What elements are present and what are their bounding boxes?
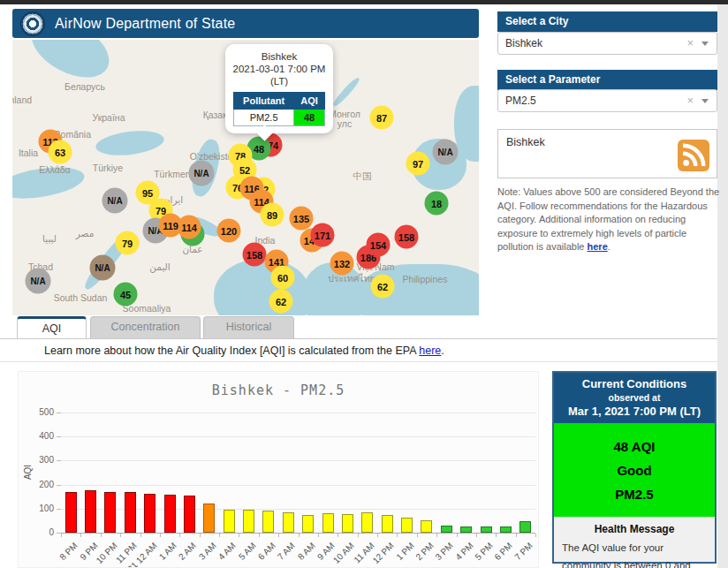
rss-city-label: Bishkek: [506, 136, 545, 148]
learn-more-before: Learn more about how the Air Quality Ind…: [44, 345, 419, 357]
map-country-label: Philippines: [403, 274, 448, 284]
city-caret-icon[interactable]: [701, 42, 709, 46]
chart-bar[interactable]: [65, 492, 77, 533]
tab-aqi[interactable]: AQI: [17, 316, 87, 338]
chart-bar[interactable]: [243, 510, 254, 533]
aqi-map-marker[interactable]: 62: [269, 290, 293, 314]
city-select[interactable]: Bishkek ×: [497, 32, 717, 55]
chart-bar[interactable]: [262, 511, 274, 533]
aqi-map-marker[interactable]: 119: [159, 214, 183, 238]
chart-y-axis-label: AQI: [23, 465, 33, 480]
aqi-map-marker[interactable]: 60: [271, 266, 295, 290]
chart-x-tickmark: [417, 534, 418, 537]
section-divider: [0, 361, 717, 362]
chart-gridline: [61, 485, 535, 486]
chart-y-tick-label: 0: [26, 527, 54, 537]
chart-x-tickmark: [436, 534, 437, 537]
chart-x-tickmark: [397, 534, 398, 537]
chart-bar[interactable]: [500, 526, 512, 533]
chart-bar[interactable]: [382, 515, 393, 533]
note-here-link[interactable]: here: [588, 241, 608, 252]
chart-bar[interactable]: [342, 514, 353, 533]
aqi-pollutant: PM2.5: [554, 482, 715, 506]
page-right-gutter: [717, 4, 728, 568]
chart-x-tickmark: [377, 534, 378, 537]
aqi-map-marker[interactable]: 154: [367, 233, 391, 257]
chart-x-tickmark: [535, 534, 536, 537]
chart-x-tickmark: [337, 534, 338, 537]
current-conditions-title: Current Conditions: [556, 377, 713, 390]
aqi-map-marker[interactable]: N/A: [90, 255, 116, 281]
map-country-label: اليمن: [149, 261, 170, 272]
chart-x-tickmark: [101, 534, 102, 537]
chart-bar[interactable]: [164, 495, 176, 533]
chart-bar[interactable]: [85, 490, 96, 533]
chart-y-tick-label: 300: [26, 455, 54, 465]
aqi-map-marker[interactable]: 79: [116, 231, 140, 255]
chart-bar[interactable]: [144, 494, 155, 533]
chart-bar[interactable]: [283, 512, 294, 533]
aqi-value: 48 AQI: [554, 435, 715, 458]
chart-bar[interactable]: [361, 512, 373, 533]
chart-bar[interactable]: [421, 520, 432, 533]
map-country-label: South Sudan: [54, 292, 108, 303]
chart-x-tickmark: [516, 534, 517, 537]
chart-x-tickmark: [318, 534, 319, 537]
chart-bar[interactable]: [104, 492, 116, 533]
aqi-map-marker[interactable]: 63: [49, 140, 72, 164]
chart-bar[interactable]: [322, 513, 334, 533]
aqi-map-marker[interactable]: 158: [243, 243, 267, 267]
chart-bar[interactable]: [481, 526, 492, 533]
chart-bar[interactable]: [224, 510, 235, 533]
chart-bar[interactable]: [184, 496, 195, 533]
department-of-state-seal-icon: [21, 12, 44, 35]
tab-historical[interactable]: Historical: [203, 316, 294, 338]
map-country-label: schland: [12, 95, 32, 105]
aqi-map-marker[interactable]: 132: [330, 252, 354, 276]
chart-x-tickmark: [80, 534, 81, 537]
aqi-map-marker[interactable]: 18: [425, 192, 449, 216]
health-message-section: Health Message The AQI value for your co…: [554, 517, 715, 568]
chart-bar[interactable]: [401, 518, 413, 533]
aqi-map-marker[interactable]: N/A: [102, 188, 128, 214]
note-after: .: [608, 241, 610, 252]
aqi-map-marker[interactable]: 62: [371, 275, 395, 299]
app-header: AirNow Department of State: [12, 9, 479, 38]
city-clear-icon[interactable]: ×: [686, 33, 694, 54]
aqi-map-marker[interactable]: 171: [311, 223, 335, 247]
aqi-map-marker[interactable]: 45: [114, 283, 138, 307]
chart-bar[interactable]: [519, 521, 531, 533]
aqi-map-marker[interactable]: 97: [406, 152, 430, 176]
chart-bar[interactable]: [460, 526, 472, 533]
health-message-title: Health Message: [562, 523, 707, 535]
water-arabian-sea: [214, 259, 311, 315]
aqi-map-marker[interactable]: 135: [290, 207, 314, 231]
aqi-map-marker[interactable]: 120: [217, 219, 241, 243]
aqi-map-marker[interactable]: N/A: [26, 269, 51, 294]
popup-aqi-value: 48: [294, 110, 325, 126]
parameter-clear-icon[interactable]: ×: [686, 90, 694, 111]
tab-concentration[interactable]: Concentration: [90, 316, 201, 338]
map[interactable]: schlandБеларусьУкраїнаҚазақстанМонгол ул…: [12, 40, 479, 315]
aqi-map-marker[interactable]: 158: [395, 225, 419, 249]
app-title: AirNow Department of State: [55, 16, 235, 32]
popup-pollutant-value: PM2.5: [234, 110, 294, 126]
epa-here-link[interactable]: here: [419, 345, 441, 357]
chart-x-tickmark: [259, 534, 260, 537]
parameter-caret-icon[interactable]: [701, 99, 709, 103]
aqi-map-marker[interactable]: 89: [261, 203, 284, 227]
chart-bar[interactable]: [203, 504, 215, 533]
chart-bar[interactable]: [125, 492, 136, 533]
chart-x-tickmark: [160, 534, 161, 537]
aqi-bar-chart: Bishkek - PM2.5 AQI 01002003004005008 PM…: [18, 371, 539, 568]
chart-x-tickmark: [219, 534, 220, 537]
rss-feed-icon[interactable]: [678, 140, 709, 171]
parameter-select[interactable]: PM2.5 ×: [497, 89, 717, 112]
aqi-map-marker[interactable]: N/A: [189, 161, 215, 186]
aqi-map-marker[interactable]: 87: [370, 106, 394, 130]
chart-bar[interactable]: [441, 526, 452, 533]
learn-more-text: Learn more about how the Air Quality Ind…: [44, 345, 444, 357]
aqi-map-marker[interactable]: N/A: [433, 140, 459, 165]
chart-bar[interactable]: [302, 515, 314, 533]
popup-table: Pollutant AQI PM2.5 48: [233, 92, 325, 126]
